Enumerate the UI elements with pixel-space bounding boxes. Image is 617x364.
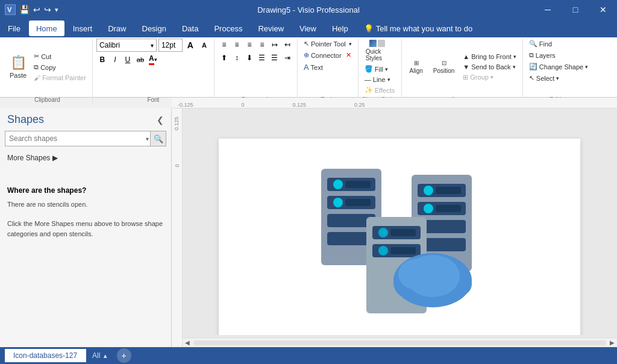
indent-button[interactable]: ↦: [269, 39, 281, 51]
change-shape-button[interactable]: 🔄 Change Shape ▾: [527, 61, 590, 72]
valign-bot-button[interactable]: ⬇: [243, 52, 255, 64]
search-input[interactable]: [5, 133, 145, 144]
save-icon[interactable]: 💾: [19, 5, 30, 14]
tab-icon-databases[interactable]: Icon-databases-127: [5, 349, 86, 362]
arrange-small-buttons: ▲ Bring to Front ▾ ▼ Send to Back ▾ ⊞ Gr…: [460, 52, 519, 83]
undo-icon[interactable]: ↩: [33, 5, 40, 14]
menu-help[interactable]: Help: [325, 20, 355, 36]
layers-button[interactable]: ⧉ Layers: [527, 50, 558, 60]
shapes-header: Shapes ❮: [0, 108, 171, 131]
quick-styles-button[interactable]: Quick Styles: [362, 39, 392, 63]
scroll-track[interactable]: [193, 340, 606, 345]
cut-icon: ✂: [34, 52, 39, 60]
font-size-input[interactable]: 12pt: [158, 39, 183, 52]
clipboard-label: Clipboard: [6, 95, 89, 104]
list-button[interactable]: ☰: [269, 52, 281, 64]
shapes-collapse-button[interactable]: ❮: [157, 115, 164, 125]
decrease-font-button[interactable]: A: [198, 39, 210, 51]
effects-button[interactable]: ✨ Effects: [362, 85, 397, 95]
valign-mid-button[interactable]: ↕: [231, 52, 243, 64]
group-icon: ⊞: [463, 74, 468, 81]
arrange-controls: ⊞ Align ⊡ Position ▲ Bring to Front ▾ ▼ …: [406, 39, 519, 95]
scroll-right-button[interactable]: ▶: [607, 338, 617, 348]
svg-point-16: [424, 204, 433, 213]
cut-button[interactable]: ✂ Cut: [31, 51, 89, 61]
increase-font-button[interactable]: A: [184, 39, 196, 51]
menu-tell-me[interactable]: 💡 Tell me what you want to do: [357, 20, 480, 36]
align-center-button[interactable]: ≡: [231, 39, 243, 51]
add-tab-button[interactable]: +: [117, 348, 131, 363]
text-icon: A: [304, 63, 309, 72]
font-family-input[interactable]: Calibri ▾: [96, 39, 157, 52]
select-button[interactable]: ↖ Select ▾: [527, 73, 562, 83]
maximize-button[interactable]: □: [562, 0, 589, 19]
position-icon: ⊡: [442, 60, 446, 66]
menu-home[interactable]: Home: [29, 20, 64, 36]
svg-rect-26: [390, 247, 416, 254]
fill-button[interactable]: 🪣 Fill ▾: [362, 64, 397, 74]
line-button[interactable]: — Line ▾: [362, 75, 397, 84]
menu-draw[interactable]: Draw: [101, 20, 133, 36]
more-shapes-button[interactable]: More Shapes ▶: [0, 151, 171, 165]
tab-all-button[interactable]: All ▲: [86, 349, 114, 362]
shape-styles-controls: Quick Styles 🪣 Fill ▾ — Line ▾: [362, 39, 398, 95]
svg-rect-8: [345, 199, 371, 206]
quick-access-dropdown[interactable]: ▾: [55, 6, 58, 14]
search-icon: 🔍: [529, 40, 537, 48]
bring-to-front-button[interactable]: ▲ Bring to Front ▾: [460, 52, 519, 61]
canvas-area[interactable]: 0.125 0: [172, 108, 617, 347]
text-button[interactable]: A Text: [301, 61, 325, 73]
menu-insert[interactable]: Insert: [66, 20, 100, 36]
connector-button[interactable]: ⊕ Connector ✕: [301, 50, 354, 60]
menu-process[interactable]: Process: [207, 20, 249, 36]
strikethrough-button[interactable]: ab: [134, 54, 146, 66]
pointer-dropdown[interactable]: ▾: [349, 41, 352, 47]
layers-icon: ⧉: [529, 51, 534, 59]
copy-button[interactable]: ⧉ Copy: [31, 62, 89, 72]
pointer-tool-button[interactable]: ↖ Pointer Tool ▾: [301, 39, 354, 49]
clipboard-group: 📋 Paste ✂ Cut ⧉ Copy 🖌 Format Painter: [2, 39, 93, 104]
send-to-back-button[interactable]: ▼ Send to Back ▾: [460, 62, 519, 72]
align-right-button[interactable]: ≡: [243, 39, 255, 51]
group-button[interactable]: ⊞ Group ▾: [460, 72, 519, 83]
valign-top-button[interactable]: ⬆: [218, 52, 230, 64]
font-format-row: B I U ab A ▾: [96, 54, 159, 66]
menu-data[interactable]: Data: [175, 20, 205, 36]
change-shape-icon: 🔄: [529, 63, 537, 71]
search-button[interactable]: 🔍: [150, 131, 166, 146]
font-color-button[interactable]: A ▾: [147, 54, 159, 66]
search-dropdown-icon[interactable]: ▾: [145, 136, 150, 142]
menu-design[interactable]: Design: [135, 20, 174, 36]
position-button[interactable]: ⊡ Position: [430, 52, 459, 82]
minimize-button[interactable]: ─: [534, 0, 562, 19]
status-bar: Icon-databases-127 All ▲ +: [0, 347, 617, 364]
shapes-panel: Shapes ❮ ▾ 🔍 More Shapes ▶ Where are the…: [0, 108, 172, 347]
shapes-info-line2: Click the More Shapes menu above to brow…: [7, 219, 164, 240]
shapes-title: Shapes: [7, 113, 44, 126]
align-left-button[interactable]: ≡: [218, 39, 230, 51]
align-button[interactable]: ⊞ Align: [406, 52, 427, 82]
main-area: Shapes ❮ ▾ 🔍 More Shapes ▶ Where are the…: [0, 108, 617, 347]
underline-button[interactable]: U: [122, 54, 134, 66]
horizontal-scrollbar[interactable]: ◀ ▶: [183, 337, 617, 347]
menu-file[interactable]: File: [1, 20, 28, 36]
increase-indent-button[interactable]: ⇥: [281, 52, 293, 64]
search-box: ▾ 🔍: [5, 131, 166, 146]
paste-button[interactable]: 📋 Paste: [6, 49, 30, 84]
italic-button[interactable]: I: [109, 54, 121, 66]
bold-button[interactable]: B: [96, 54, 108, 66]
outdent-button[interactable]: ↤: [281, 39, 293, 51]
redo-icon[interactable]: ↪: [44, 5, 51, 14]
arrange-group: ⊞ Align ⊡ Position ▲ Bring to Front ▾ ▼ …: [402, 39, 523, 104]
bullets-button[interactable]: ☰: [256, 52, 268, 64]
scroll-left-button[interactable]: ◀: [183, 338, 192, 348]
format-painter-button[interactable]: 🖌 Format Painter: [31, 73, 89, 83]
drawing-surface: [183, 127, 617, 335]
connector-x: ✕: [346, 51, 351, 59]
close-button[interactable]: ✕: [589, 0, 617, 19]
menu-view[interactable]: View: [292, 20, 324, 36]
find-button[interactable]: 🔍 Find: [527, 39, 554, 49]
menu-review[interactable]: Review: [251, 20, 291, 36]
justify-button[interactable]: ≡: [256, 39, 268, 51]
ruler-canvas: -0.125 0 0.125 0.25: [172, 98, 617, 108]
